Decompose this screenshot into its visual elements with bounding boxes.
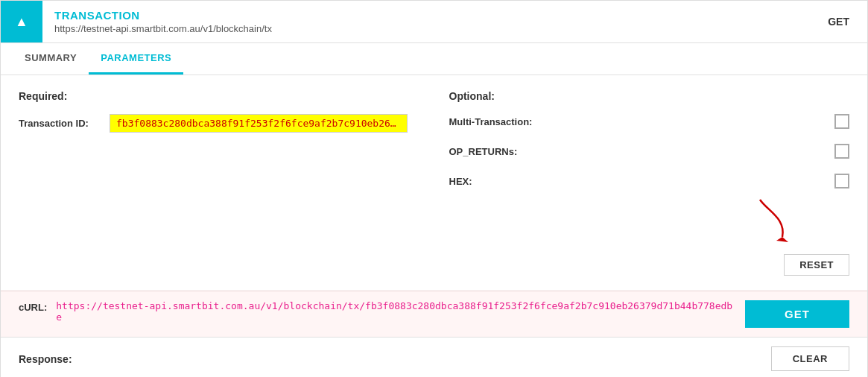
reset-row: RESET bbox=[449, 254, 850, 276]
hex-row: HEX: bbox=[449, 174, 850, 188]
multi-transaction-row: Multi-Transaction: bbox=[449, 114, 850, 129]
tab-parameters[interactable]: PARAMETERS bbox=[89, 43, 183, 75]
multi-transaction-label: Multi-Transaction: bbox=[449, 116, 835, 127]
tab-summary[interactable]: SUMMARY bbox=[13, 43, 89, 75]
curl-right: GET bbox=[745, 300, 849, 328]
tabs-bar: SUMMARY PARAMETERS bbox=[1, 43, 867, 75]
get-button[interactable]: GET bbox=[745, 300, 849, 328]
curl-left: cURL: https://testnet-api.smartbit.com.a… bbox=[19, 300, 733, 328]
curl-url: https://testnet-api.smartbit.com.au/v1/b… bbox=[56, 300, 733, 323]
annotation-area bbox=[449, 203, 850, 248]
required-title: Required: bbox=[19, 90, 419, 102]
toggle-button[interactable]: ▲ bbox=[1, 1, 42, 42]
optional-title: Optional: bbox=[449, 90, 850, 102]
multi-transaction-checkbox[interactable] bbox=[834, 114, 849, 129]
transaction-id-label: Transaction ID: bbox=[19, 118, 101, 129]
toggle-arrow-icon: ▲ bbox=[15, 14, 28, 30]
transaction-id-row: Transaction ID: bbox=[19, 114, 419, 133]
params-row: Required: Transaction ID: Optional: Mult… bbox=[19, 90, 849, 276]
curl-label: cURL: bbox=[19, 302, 47, 313]
response-label: Response: bbox=[19, 353, 72, 365]
svg-marker-0 bbox=[776, 237, 788, 242]
transaction-id-input[interactable] bbox=[110, 114, 408, 133]
hex-label: HEX: bbox=[449, 176, 835, 187]
optional-section: Optional: Multi-Transaction: OP_RETURNs:… bbox=[449, 90, 850, 276]
app-container: ▲ TRANSACTION https://testnet-api.smartb… bbox=[0, 0, 868, 377]
bottom-bar: Response: CLEAR bbox=[1, 337, 867, 377]
endpoint-title: TRANSACTION bbox=[54, 9, 798, 22]
main-content: Required: Transaction ID: Optional: Mult… bbox=[1, 75, 867, 291]
reset-button[interactable]: RESET bbox=[784, 254, 849, 276]
header-info: TRANSACTION https://testnet-api.smartbit… bbox=[42, 3, 810, 40]
op-returns-row: OP_RETURNs: bbox=[449, 144, 850, 159]
hex-checkbox[interactable] bbox=[834, 174, 849, 188]
endpoint-url: https://testnet-api.smartbit.com.au/v1/b… bbox=[54, 23, 798, 34]
curl-row: cURL: https://testnet-api.smartbit.com.a… bbox=[1, 291, 867, 337]
header-bar: ▲ TRANSACTION https://testnet-api.smartb… bbox=[1, 1, 867, 43]
method-label: GET bbox=[810, 16, 867, 28]
clear-button[interactable]: CLEAR bbox=[771, 346, 849, 371]
op-returns-label: OP_RETURNs: bbox=[449, 146, 835, 157]
required-section: Required: Transaction ID: bbox=[19, 90, 419, 276]
op-returns-checkbox[interactable] bbox=[834, 144, 849, 159]
arrow-annotation bbox=[745, 196, 805, 248]
